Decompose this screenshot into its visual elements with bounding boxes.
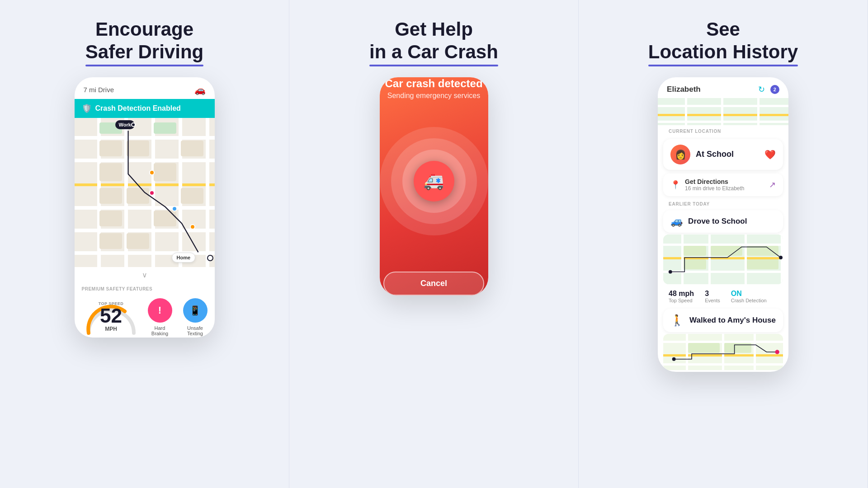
svg-point-2: [672, 357, 676, 361]
crash-detection-stat: ON Crash Detection: [731, 290, 767, 303]
route-svg: [75, 118, 215, 267]
top-speed-value: 48 mph: [669, 290, 694, 298]
panel1-title: Encourage Safer Driving: [85, 18, 203, 64]
crash-detection-banner: 🛡️ Crash Detection Enabled: [75, 99, 215, 118]
home-label: Home: [172, 253, 196, 263]
top-speed-stat: 48 mph Top Speed: [669, 290, 694, 303]
premium-section: PREMIUM SAFETY FEATURES TOP SPEED 52 MPH: [75, 283, 215, 338]
ambulance-icon: 🚑: [414, 161, 454, 202]
crash-detection-label: Crash Detection: [731, 298, 767, 303]
phone-frame-3: Elizabeth ↻ 2 CURRENT LOCATION 👩 At Scho…: [658, 77, 788, 372]
panel-location-history: See Location History Elizabeth ↻ 2 CURRE…: [579, 0, 868, 488]
car-trip-icon: 🚙: [670, 216, 683, 227]
chevron-icon: ∨: [75, 267, 215, 283]
trip-stats: 48 mph Top Speed 3 Events ON Crash Detec…: [658, 286, 788, 307]
crash-detection-value: ON: [731, 290, 767, 298]
map-area: Work Home: [75, 118, 215, 267]
premium-row: TOP SPEED 52 MPH ! HardBraking: [82, 297, 208, 338]
walk-map: [663, 334, 783, 370]
earlier-today-label: EARLIER TODAY: [658, 198, 788, 208]
svg-point-3: [775, 350, 779, 354]
crash-ripples: 🚑: [380, 127, 488, 235]
top-speed-stat-label: Top Speed: [669, 298, 694, 303]
premium-label: PREMIUM SAFETY FEATURES: [82, 286, 208, 291]
svg-point-1: [779, 256, 783, 259]
panel3-title: See Location History: [648, 18, 798, 64]
speedometer: TOP SPEED 52 MPH: [82, 297, 141, 338]
events-value: 3: [705, 290, 720, 298]
unsafe-texting-label: UnsafeTexting: [187, 325, 203, 336]
shield-icon: 🛡️: [82, 103, 92, 113]
p3-header: Elizabeth ↻ 2: [658, 77, 788, 98]
refresh-icon[interactable]: ↻: [758, 84, 765, 94]
walked-to-amy-text: Walked to Amy's House: [689, 316, 776, 325]
directions-subtitle: 16 min drive to Elizabeth: [685, 185, 764, 192]
cancel-button[interactable]: Cancel: [383, 272, 484, 296]
trip-map: [663, 235, 783, 284]
notification-badge[interactable]: 2: [770, 85, 779, 94]
crash-banner-text: Crash Detection Enabled: [95, 104, 181, 113]
unsafe-texting-icon: 📱: [183, 298, 208, 323]
at-school-text: At School: [696, 150, 759, 159]
pin-icon: 📍: [670, 180, 680, 190]
drive-bar: 7 mi Drive 🚗: [75, 77, 215, 99]
heart-icon: ❤️: [764, 149, 776, 160]
directions-title: Get Directions: [685, 178, 764, 185]
events-stat: 3 Events: [705, 290, 720, 303]
directions-arrow-icon: ↗: [769, 180, 776, 190]
current-location-label: CURRENT LOCATION: [658, 125, 788, 136]
events-label: Events: [705, 298, 720, 303]
person-name: Elizabeth: [667, 85, 701, 94]
hard-braking-item: ! HardBraking: [148, 298, 172, 336]
header-icons: ↻ 2: [758, 84, 779, 94]
mini-map-top: [658, 98, 788, 125]
svg-point-0: [669, 270, 672, 273]
drove-to-school-card[interactable]: 🚙 Drove to School: [663, 210, 783, 233]
walk-icon: 🚶: [670, 314, 684, 327]
panel-car-crash: Get Help in a Car Crash Car crash detect…: [289, 0, 579, 488]
at-school-card[interactable]: 👩 At School ❤️: [663, 139, 783, 170]
hard-braking-icon: !: [148, 298, 172, 323]
hard-braking-label: HardBraking: [151, 325, 168, 336]
get-directions-card[interactable]: 📍 Get Directions 16 min drive to Elizabe…: [663, 174, 783, 196]
drove-to-school-text: Drove to School: [688, 217, 747, 226]
unsafe-texting-item: 📱 UnsafeTexting: [183, 298, 208, 336]
drive-label: 7 mi Drive: [84, 86, 114, 94]
panel2-title: Get Help in a Car Crash: [369, 18, 498, 64]
crash-detected-text: Car crash detected: [385, 77, 482, 90]
car-icon: 🚗: [194, 84, 206, 95]
walked-to-amys-card[interactable]: 🚶 Walked to Amy's House: [663, 309, 783, 332]
panel-safer-driving: Encourage Safer Driving 7 mi Drive 🚗 🛡️ …: [0, 0, 289, 488]
sending-text: Sending emergency services: [387, 92, 480, 100]
crash-screen: Car crash detected Sending emergency ser…: [380, 77, 488, 296]
phone-frame-1: 7 mi Drive 🚗 🛡️ Crash Detection Enabled: [75, 77, 215, 338]
safety-icons: ! HardBraking 📱 UnsafeTexting: [148, 298, 208, 336]
directions-info: Get Directions 16 min drive to Elizabeth: [685, 178, 764, 192]
speed-value: 52: [82, 306, 141, 326]
phone-frame-2: Car crash detected Sending emergency ser…: [380, 77, 488, 296]
speed-unit: MPH: [82, 326, 141, 332]
elizabeth-avatar: 👩: [670, 145, 690, 164]
